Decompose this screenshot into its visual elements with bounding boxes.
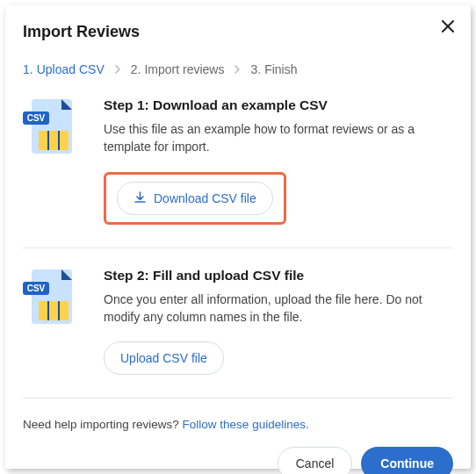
step-1-description: Use this file as an example how to forma… [104, 120, 453, 156]
step-1-title: Step 1: Download an example CSV [104, 97, 453, 113]
step-1-section: CSV Step 1: Download an example CSV Use … [23, 96, 453, 244]
breadcrumb: 1. Upload CSV 2. Import reviews 3. Finis… [23, 62, 453, 76]
download-csv-button[interactable]: Download CSV file [117, 182, 273, 215]
section-divider [23, 248, 453, 248]
close-button[interactable] [439, 18, 457, 35]
step-2-title: Step 2: Fill and upload CSV file [104, 268, 453, 284]
svg-rect-9 [39, 301, 69, 320]
chevron-right-icon [115, 62, 120, 76]
download-button-highlight: Download CSV file [104, 172, 286, 225]
step-2-description: Once you enter all information, upload t… [104, 291, 453, 327]
download-csv-button-label: Download CSV file [154, 191, 256, 205]
modal-footer: Cancel Continue [23, 431, 453, 474]
download-icon [133, 191, 147, 205]
upload-csv-button[interactable]: Upload CSV file [104, 341, 224, 375]
help-text: Need help importing reviews? Follow thes… [23, 418, 453, 431]
breadcrumb-step-upload-csv[interactable]: 1. Upload CSV [23, 62, 105, 76]
step-2-section: CSV Step 2: Fill and upload CSV file Onc… [23, 266, 453, 395]
close-icon [442, 20, 454, 32]
continue-button[interactable]: Continue [361, 447, 453, 474]
svg-text:CSV: CSV [27, 113, 46, 123]
csv-file-icon: CSV [23, 268, 84, 334]
svg-text:CSV: CSV [27, 284, 46, 293]
chevron-right-icon [234, 62, 240, 76]
import-reviews-modal: Import Reviews 1. Upload CSV 2. Import r… [5, 5, 471, 469]
svg-rect-3 [39, 131, 69, 150]
upload-csv-button-label: Upload CSV file [120, 351, 207, 365]
section-divider [23, 398, 453, 399]
breadcrumb-step-finish[interactable]: 3. Finish [250, 62, 297, 76]
breadcrumb-step-import-reviews[interactable]: 2. Import reviews [131, 62, 225, 76]
cancel-button[interactable]: Cancel [278, 447, 353, 474]
modal-title: Import Reviews [23, 23, 453, 41]
help-guidelines-link[interactable]: Follow these guidelines. [183, 418, 309, 431]
csv-file-icon: CSV [23, 97, 84, 164]
